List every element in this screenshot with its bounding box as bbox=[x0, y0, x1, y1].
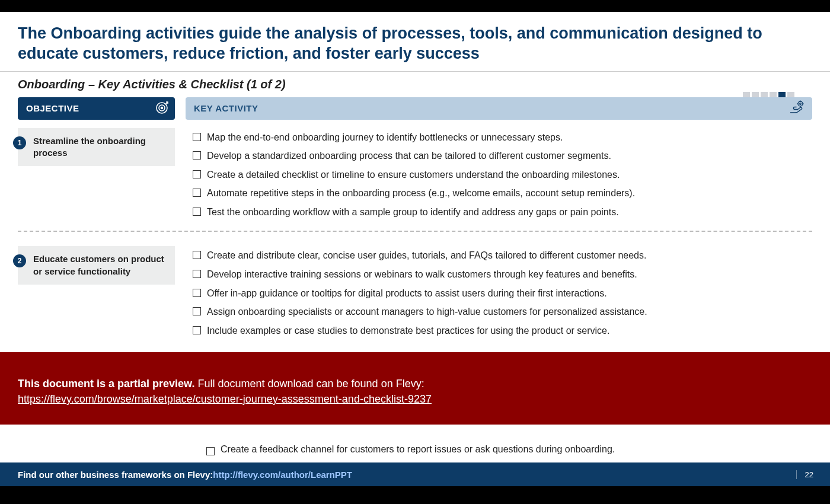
checkbox-icon bbox=[193, 251, 201, 259]
checkbox-icon bbox=[193, 307, 201, 315]
activity-list: Map the end-to-end onboarding journey to… bbox=[193, 128, 812, 222]
slide: The Onboarding activities guide the anal… bbox=[0, 12, 830, 486]
activity-header: KEY ACTIVITY bbox=[186, 97, 812, 120]
partial-activity-line: Create a feedback channel for customers … bbox=[0, 442, 830, 455]
checkbox-icon bbox=[193, 133, 201, 141]
objective-header: OBJECTIVE bbox=[18, 97, 175, 120]
page-number: 22 bbox=[796, 470, 813, 479]
section-1: 1 Streamline the onboarding process Map … bbox=[18, 120, 812, 228]
section-number-badge: 1 bbox=[13, 136, 26, 149]
objective-text: Educate customers on product or service … bbox=[18, 246, 175, 285]
objective-text: Streamline the onboarding process bbox=[18, 128, 175, 167]
hand-gear-icon bbox=[788, 100, 806, 118]
header-row: OBJECTIVE KEY ACTIVITY bbox=[18, 97, 812, 120]
checkbox-icon bbox=[193, 289, 201, 297]
section-2: 2 Educate customers on product or servic… bbox=[18, 231, 812, 346]
checkbox-icon bbox=[206, 447, 215, 455]
preview-link[interactable]: https://flevy.com/browse/marketplace/cus… bbox=[18, 393, 432, 405]
activity-item: Offer in-app guidance or tooltips for di… bbox=[193, 284, 812, 303]
checkbox-icon bbox=[193, 270, 201, 278]
page-subtitle: Onboarding – Key Activities & Checklist … bbox=[0, 72, 830, 97]
checkbox-icon bbox=[193, 151, 201, 160]
activity-item: Create and distribute clear, concise use… bbox=[193, 246, 812, 265]
svg-point-5 bbox=[800, 103, 802, 104]
svg-point-2 bbox=[161, 107, 163, 109]
preview-banner: This document is a partial preview. Full… bbox=[0, 352, 830, 425]
svg-point-4 bbox=[798, 101, 803, 106]
checkbox-icon bbox=[193, 208, 201, 216]
activity-item: Include examples or case studies to demo… bbox=[193, 321, 812, 340]
activity-header-label: KEY ACTIVITY bbox=[194, 103, 258, 113]
objective-box-wrap: 2 Educate customers on product or servic… bbox=[18, 246, 175, 340]
activity-list: Create and distribute clear, concise use… bbox=[193, 246, 812, 340]
activity-item: Create a detailed checklist or timeline … bbox=[193, 165, 812, 184]
objective-box-wrap: 1 Streamline the onboarding process bbox=[18, 128, 175, 222]
activity-item: Automate repetitive steps in the onboard… bbox=[193, 184, 812, 203]
footer-link[interactable]: http://flevy.com/author/LearnPPT bbox=[213, 470, 352, 480]
content-area: OBJECTIVE KEY ACTIVITY 1 Streamline the … bbox=[0, 97, 830, 346]
preview-rest: Full document download can be found on F… bbox=[194, 378, 424, 390]
checkbox-icon bbox=[193, 189, 201, 197]
footer: Find our other business frameworks on Fl… bbox=[0, 462, 830, 486]
target-icon bbox=[155, 101, 169, 117]
activity-item: Test the onboarding workflow with a samp… bbox=[193, 203, 812, 222]
page-title: The Onboarding activities guide the anal… bbox=[0, 12, 830, 72]
activity-item: Assign onboarding specialists or account… bbox=[193, 302, 812, 321]
objective-header-label: OBJECTIVE bbox=[26, 103, 79, 113]
checkbox-icon bbox=[193, 326, 201, 334]
preview-bold: This document is a partial preview. bbox=[18, 378, 194, 390]
checkbox-icon bbox=[193, 170, 201, 178]
footer-lead: Find our other business frameworks on Fl… bbox=[18, 470, 213, 480]
activity-item: Develop a standardized onboarding proces… bbox=[193, 146, 812, 165]
activity-item: Map the end-to-end onboarding journey to… bbox=[193, 128, 812, 147]
activity-item: Develop interactive training sessions or… bbox=[193, 265, 812, 284]
